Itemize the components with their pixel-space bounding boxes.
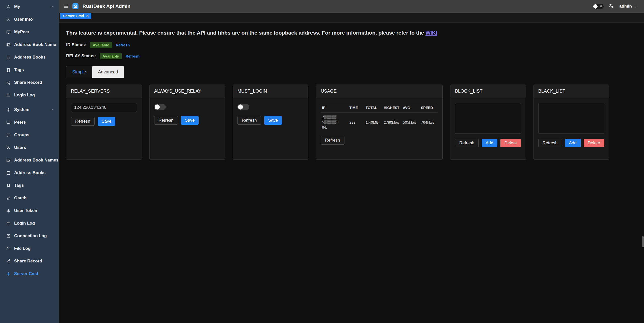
chevron-up-icon: [50, 108, 54, 112]
black-list-textarea[interactable]: [538, 103, 604, 134]
theme-toggle[interactable]: [593, 4, 604, 9]
sidebar-item-groups[interactable]: Groups: [0, 129, 59, 141]
usage-ip-cell: .:▒▒▒▒▒ 5▒▒▒▒▒5 64:: [321, 113, 348, 132]
always-use-relay-refresh-button[interactable]: Refresh: [154, 116, 178, 125]
sidebar-item-system-share-record[interactable]: Share Record: [0, 255, 59, 267]
sidebar: My User Info MyPeer Address Book Name Ad…: [0, 0, 59, 323]
translate-icon[interactable]: [609, 4, 614, 9]
sidebar-item-address-book-names[interactable]: Address Book Names: [0, 154, 59, 167]
sidebar-item-users[interactable]: Users: [0, 141, 59, 154]
close-icon[interactable]: ×: [86, 14, 89, 18]
card-title: BLACK_LIST: [534, 85, 609, 98]
tab-simple[interactable]: Simple: [66, 66, 92, 78]
relay-status-label: RELAY Status:: [66, 53, 96, 59]
sidebar-item-mypeer[interactable]: MyPeer: [0, 26, 59, 38]
contact-card-icon: [6, 42, 11, 47]
sidebar-item-connection-log[interactable]: Connection Log: [0, 230, 59, 242]
always-use-relay-toggle[interactable]: [154, 104, 166, 110]
block-list-refresh-button[interactable]: Refresh: [455, 139, 479, 147]
sidebar-item-server-cmd[interactable]: Server Cmd: [0, 267, 59, 280]
sidebar-item-label: Server Cmd: [14, 271, 38, 276]
sidebar-item-address-book-name[interactable]: Address Book Name: [0, 38, 59, 51]
chevron-down-icon: [634, 5, 637, 8]
col-speed: SPEED: [420, 103, 438, 113]
sidebar-item-oauth[interactable]: Oauth: [0, 192, 59, 204]
sidebar-section-system[interactable]: System: [0, 103, 59, 116]
card-black-list: BLACK_LIST Refresh Add Delete: [533, 85, 609, 160]
usage-speed-cell: 764kb/s: [420, 113, 438, 132]
card-body: Refresh Save: [233, 98, 308, 130]
usage-refresh-button[interactable]: Refresh: [321, 136, 344, 145]
button-row: Refresh Save: [154, 116, 220, 125]
gear-icon: [6, 272, 11, 276]
black-list-delete-button[interactable]: Delete: [584, 139, 604, 147]
sidebar-item-label: User Token: [14, 208, 37, 213]
sidebar-item-user-token[interactable]: User Token: [0, 204, 59, 217]
sidebar-section-label: System: [14, 107, 29, 112]
sidebar-item-label: File Log: [14, 246, 31, 251]
button-row: Refresh Add Delete: [455, 139, 521, 147]
calendar-icon: [6, 221, 11, 226]
chevron-up-icon: [50, 5, 54, 9]
relay-status-refresh-link[interactable]: Refresh: [125, 54, 140, 58]
always-use-relay-save-button[interactable]: Save: [181, 116, 199, 125]
sidebar-item-my-share-record[interactable]: Share Record: [0, 76, 59, 89]
user-menu[interactable]: admin: [619, 4, 637, 9]
scrollbar-thumb[interactable]: [642, 236, 644, 247]
experimental-notice: This feature is experimental. Please ens…: [66, 30, 636, 36]
usage-highest-cell: 2780kb/s: [382, 113, 401, 132]
sidebar-item-system-login-log[interactable]: Login Log: [0, 217, 59, 230]
sidebar-item-system-address-books[interactable]: Address Books: [0, 167, 59, 179]
sidebar-item-user-info[interactable]: User Info: [0, 13, 59, 26]
sidebar-item-my-tags[interactable]: Tags: [0, 64, 59, 76]
sidebar-item-label: Login Log: [14, 93, 35, 98]
share-icon: [6, 80, 11, 85]
book-icon: [6, 55, 11, 60]
person-icon: [6, 5, 11, 9]
card-title: RELAY_SERVERS: [66, 85, 142, 98]
block-list-add-button[interactable]: Add: [482, 139, 497, 147]
sidebar-item-my-login-log[interactable]: Login Log: [0, 89, 59, 101]
tab-server-cmd[interactable]: Server Cmd ×: [60, 13, 91, 19]
sidebar-section-my[interactable]: My: [0, 1, 59, 13]
block-list-delete-button[interactable]: Delete: [500, 139, 521, 147]
usage-table-header-row: IP TIME TOTAL HIGHEST AVG SPEED: [321, 103, 438, 113]
must-login-refresh-button[interactable]: Refresh: [237, 116, 261, 125]
block-list-textarea[interactable]: [455, 103, 521, 134]
col-total: TOTAL: [364, 103, 383, 113]
sidebar-item-label: Address Books: [14, 170, 46, 175]
sidebar-section-label: My: [14, 4, 20, 9]
relay-refresh-button[interactable]: Refresh: [71, 117, 95, 126]
sidebar-item-label: Login Log: [14, 221, 35, 226]
card-body: Refresh Save: [66, 98, 142, 131]
col-avg: AVG: [401, 103, 420, 113]
card-block-list: BLOCK_LIST Refresh Add Delete: [450, 85, 526, 160]
relay-servers-input[interactable]: [71, 103, 137, 112]
must-login-toggle[interactable]: [237, 104, 249, 110]
sidebar-item-label: User Info: [14, 17, 33, 22]
tab-advanced[interactable]: Advanced: [92, 66, 124, 78]
sidebar-item-label: Address Book Name: [14, 42, 56, 47]
user-name: admin: [619, 4, 632, 9]
sidebar-item-system-tags[interactable]: Tags: [0, 179, 59, 192]
must-login-save-button[interactable]: Save: [264, 116, 282, 125]
black-list-add-button[interactable]: Add: [565, 139, 581, 147]
sidebar-item-label: Tags: [14, 183, 24, 188]
sidebar-item-peers[interactable]: Peers: [0, 116, 59, 129]
sidebar-item-label: Peers: [14, 120, 26, 125]
black-list-refresh-button[interactable]: Refresh: [538, 139, 562, 147]
card-title: MUST_LOGIN: [233, 85, 308, 98]
menu-icon[interactable]: [63, 4, 68, 9]
sidebar-item-label: Address Books: [14, 55, 46, 60]
sidebar-item-my-address-books[interactable]: Address Books: [0, 51, 59, 64]
relay-status-row: RELAY Status: Available Refresh: [66, 52, 636, 60]
relay-save-button[interactable]: Save: [98, 117, 116, 126]
wiki-link[interactable]: WIKI: [425, 30, 437, 36]
usage-table-row: .:▒▒▒▒▒ 5▒▒▒▒▒5 64: 23s 1.40MB 2780kb/s …: [321, 113, 438, 132]
topbar-right: admin: [593, 4, 637, 9]
usage-avg-cell: 505kb/s: [401, 113, 420, 132]
link-icon: [6, 196, 11, 201]
id-status-refresh-link[interactable]: Refresh: [116, 43, 130, 47]
sidebar-item-file-log[interactable]: File Log: [0, 242, 59, 255]
sidebar-item-label: Oauth: [14, 196, 26, 201]
